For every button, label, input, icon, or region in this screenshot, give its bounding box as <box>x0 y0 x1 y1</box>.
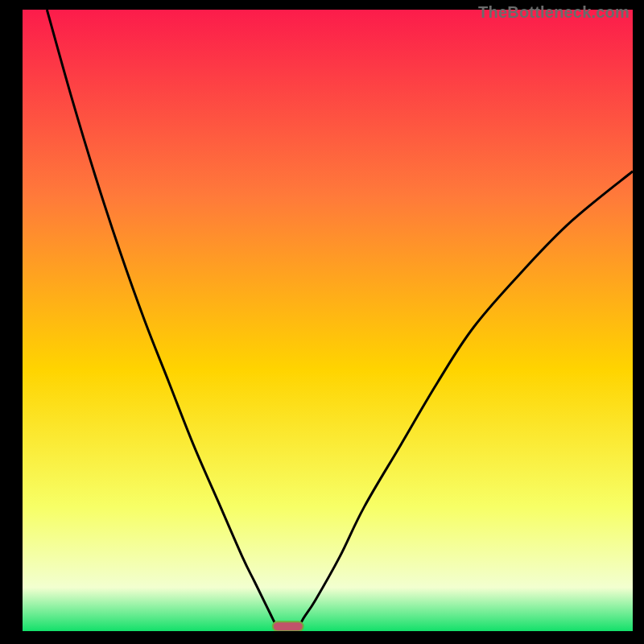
optimal-marker <box>273 621 303 631</box>
gradient-background <box>23 10 633 631</box>
bottleneck-chart <box>23 10 633 631</box>
watermark-label: TheBottleneck.com <box>478 3 630 22</box>
chart-frame: TheBottleneck.com <box>0 0 644 644</box>
